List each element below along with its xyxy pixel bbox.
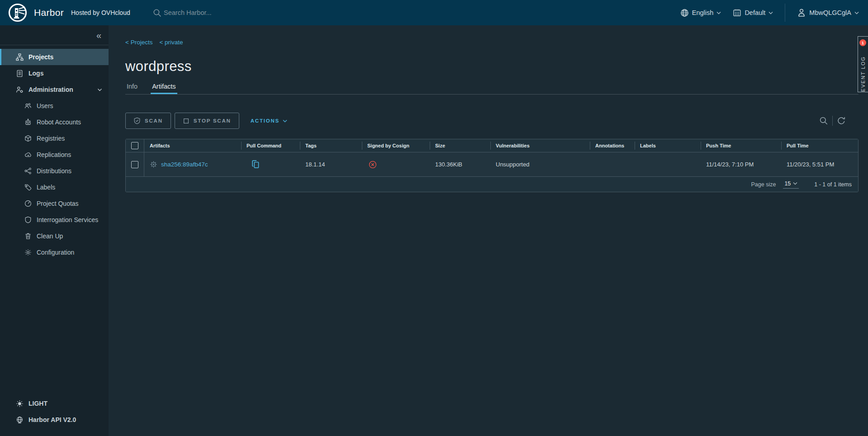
column-header-vulnerabilities[interactable]: Vulnerabilities [490,139,590,152]
sidebar: « Projects Logs [0,25,109,436]
tags-cell: 18.1.14 [300,152,362,176]
sidebar-item-label: Configuration [37,249,74,256]
chevron-down-icon [283,119,287,123]
sidebar-item-label: Registries [37,135,65,142]
sidebar-item-harbor-api[interactable]: Harbor API V2.0 [0,412,109,428]
actions-dropdown-button[interactable]: ACTIONS [251,118,287,123]
sidebar-item-project-quotas[interactable]: Project Quotas [0,195,109,212]
page-size-select[interactable]: 15 [783,180,799,189]
event-log-tab[interactable]: 1 EVENT LOG [858,36,868,92]
search-input[interactable] [164,9,299,16]
table-row: sha256:89afb47c 18.1.14 130.36KiB [126,152,858,177]
scan-button[interactable]: SCAN [125,113,171,129]
event-log-label: EVENT LOG [860,46,866,92]
artifact-digest-link[interactable]: sha256:89afb47c [161,161,208,168]
list-document-icon [16,70,24,77]
user-icon [797,8,806,17]
sidebar-item-label: Robot Accounts [37,118,81,126]
tab-bar: Info Artifacts [125,83,859,95]
table-footer: Page size 15 1 - 1 of 1 items [126,177,858,192]
user-menu[interactable]: MbwQLGCglA [797,8,859,17]
sidebar-item-projects[interactable]: Projects [0,49,109,65]
copy-icon[interactable] [251,160,261,169]
sidebar-item-label: Clean Up [37,232,63,240]
column-header-signed-by-cosign[interactable]: Signed by Cosign [362,139,430,152]
theme-selector[interactable]: Default [733,9,773,17]
stop-scan-button-label: STOP SCAN [194,118,231,123]
lighthouse-icon [8,3,28,23]
sidebar-nav: Projects Logs Administration [0,45,109,261]
main-content: < Projects < private wordpress Info Arti… [109,25,868,436]
cloud-icon [24,151,32,158]
refresh-button[interactable] [837,116,846,125]
sidebar-item-replications[interactable]: Replications [0,147,109,163]
org-chart-icon [16,53,24,61]
tab-artifacts[interactable]: Artifacts [151,83,177,94]
stop-square-icon [183,118,190,124]
sidebar-item-users[interactable]: Users [0,98,109,114]
cube-icon [24,135,32,142]
row-checkbox[interactable] [131,161,138,168]
language-selector[interactable]: English [680,9,721,17]
chevron-down-icon [716,11,721,14]
sidebar-item-administration[interactable]: Administration [0,81,109,98]
trash-icon [24,232,32,240]
harbor-app: Harbor Hosted by OVHcloud English [0,0,868,436]
column-header-labels[interactable]: Labels [635,139,701,152]
column-header-size[interactable]: Size [430,139,490,152]
sidebar-item-distributions[interactable]: Distributions [0,163,109,179]
sidebar-item-label: Logs [28,70,43,77]
column-header-annotations[interactable]: Annotations [590,139,635,152]
search-icon [153,9,161,17]
language-label: English [692,9,714,16]
select-all-checkbox[interactable] [131,142,138,149]
tag-icon [24,184,32,191]
sidebar-item-interrogation-services[interactable]: Interrogation Services [0,212,109,228]
pagination-range: 1 - 1 of 1 items [814,181,852,188]
sidebar-item-robot-accounts[interactable]: Robot Accounts [0,114,109,130]
pull-time-cell: 11/20/23, 5:51 PM [781,152,858,176]
harbor-logo[interactable] [8,3,28,23]
sidebar-item-registries[interactable]: Registries [0,130,109,147]
sidebar-item-label: Harbor API V2.0 [28,416,76,423]
collapse-sidebar-icon[interactable]: « [96,31,101,40]
refresh-icon [837,116,846,125]
vulnerabilities-cell: Unsupported [490,152,590,176]
sidebar-item-logs[interactable]: Logs [0,65,109,81]
column-header-push-time[interactable]: Push Time [701,139,781,152]
sidebar-item-configuration[interactable]: Configuration [0,244,109,261]
datagrid-search-button[interactable] [819,116,828,125]
column-header-pull-command[interactable]: Pull Command [241,139,300,152]
sidebar-item-label: Labels [37,184,55,191]
page-title: wordpress [125,58,859,75]
tab-info[interactable]: Info [125,83,139,94]
chevron-down-icon [97,88,102,91]
signed-by-cosign-cell [362,152,430,176]
push-time-cell: 11/14/23, 7:10 PM [701,152,781,176]
page-size-value: 15 [784,180,791,187]
sun-icon [16,400,24,408]
sidebar-item-label: Projects [28,53,53,61]
theme-toggle-light[interactable]: LIGHT [0,395,109,412]
breadcrumb-projects[interactable]: < Projects [125,39,152,46]
sidebar-item-label: Users [37,102,53,109]
column-header-pull-time[interactable]: Pull Time [781,139,858,152]
shield-icon [24,216,32,223]
gear-icon [24,249,32,256]
chevron-down-icon [854,11,859,14]
stop-scan-button[interactable]: STOP SCAN [175,113,239,129]
event-log-badge: 1 [859,39,866,46]
sidebar-item-labels[interactable]: Labels [0,179,109,195]
brand-title[interactable]: Harbor [34,7,64,18]
pull-command-cell [241,152,300,176]
column-header-artifacts[interactable]: Artifacts [144,139,241,152]
chevron-down-icon [768,11,773,14]
sidebar-item-label: Interrogation Services [37,216,98,223]
table-header-row: Artifacts Pull Command Tags Signed by Co… [126,139,858,152]
breadcrumb-private[interactable]: < private [159,39,183,46]
chevron-down-icon [793,182,797,185]
sidebar-item-label: LIGHT [28,400,47,407]
username-label: MbwQLGCglA [809,9,851,16]
column-header-tags[interactable]: Tags [300,139,362,152]
sidebar-item-clean-up[interactable]: Clean Up [0,228,109,244]
